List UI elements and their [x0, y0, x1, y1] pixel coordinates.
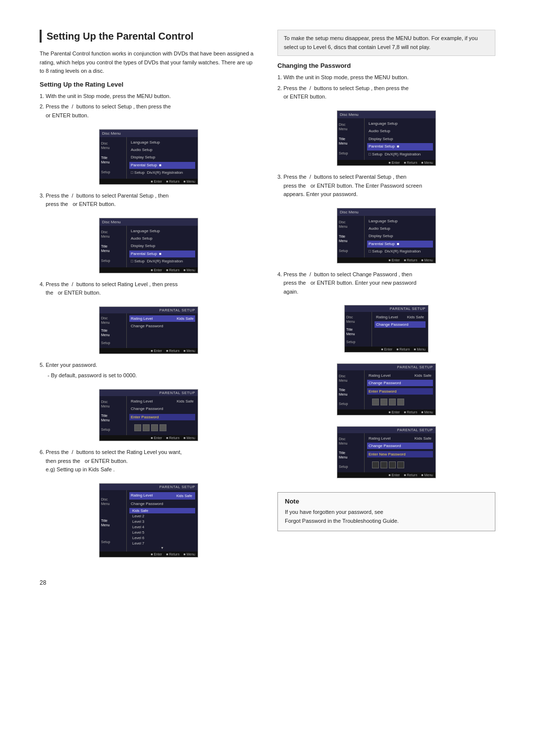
parental-bottom-np: ■ Enter ■ Return ■ Menu: [337, 472, 435, 478]
pwd-box-ep-3: [389, 399, 396, 405]
sidebar-setup-r1: Setup: [339, 151, 363, 155]
rating-level-6: Level 6: [129, 535, 195, 541]
menu-bottom-2: ■ Enter ■ Return ■ Menu: [100, 267, 198, 273]
menu-screen-right-1: Disc Menu DiscMenu TitleMenu Setup Langu…: [337, 110, 436, 166]
menu-body-r1: DiscMenu TitleMenu Setup Language Setup …: [337, 118, 435, 160]
parental-main-ep: Rating Level Kids Safe Change Password E…: [365, 370, 435, 409]
parental-body-ep: DiscMenu TitleMenu Setup Rating Level Ki…: [337, 370, 435, 409]
step-5-note: - By default, password is set to 0000.: [40, 371, 258, 380]
psidebar-setup-1: Setup: [101, 341, 125, 345]
menu-bottom-r1: ■ Enter ■ Return ■ Menu: [337, 160, 435, 165]
psidebar-disc-ep: DiscMenu: [339, 374, 363, 383]
menu-body-r2: DiscMenu TitleMenu Setup Language Setup …: [337, 216, 435, 257]
page-title: Setting Up the Parental Control: [40, 30, 258, 43]
password-boxes: [129, 422, 195, 433]
menu-sidebar-r2: DiscMenu TitleMenu Setup: [337, 216, 365, 257]
sidebar-title-2: TitleMenu: [101, 244, 125, 253]
change-pwd-row-1: Change Password: [129, 323, 195, 329]
psidebar-title-3: TitleMenu: [101, 518, 125, 527]
screenshot-parental-1: PARENTAL SETUP DiscMenu TitleMenu Setup …: [40, 302, 258, 358]
parental-header-3: PARENTAL SETUP: [100, 484, 198, 490]
parental-body-r1: DiscMenu TitleMenu Setup Rating Level Ki…: [345, 312, 428, 347]
right-step-3: 3. Press the / buttons to select Parenta…: [277, 173, 495, 199]
rating-level-val-1: Kids Safe: [177, 316, 194, 321]
pwd-box-ep-4: [397, 399, 404, 405]
pwd-box-4: [160, 424, 166, 431]
sidebar-setup: Setup: [101, 170, 125, 174]
parental-sidebar-np: DiscMenu TitleMenu Setup: [337, 433, 365, 472]
info-box: To make the setup menu disappear, press …: [277, 30, 495, 56]
rating-level-5: Level 5: [129, 530, 195, 535]
rating-level-label-2: Rating Level: [131, 399, 153, 403]
menu-sidebar-r1: DiscMenu TitleMenu Setup: [337, 118, 365, 160]
parental-main-1: Rating Level Kids Safe Change Password: [127, 313, 198, 348]
right-column: To make the setup menu disappear, press …: [277, 30, 495, 531]
menu-main-2: Language Setup Audio Setup Display Setup…: [127, 226, 198, 267]
sidebar-disc-r1: DiscMenu: [339, 122, 363, 131]
enter-label-1: ■ Enter: [151, 180, 162, 183]
left-subsection-title: Setting Up the Rating Level: [40, 81, 258, 88]
parental-body-2: DiscMenu TitleMenu Setup Rating Level Ki…: [100, 396, 198, 435]
scroll-down-arrow: ▼: [129, 546, 195, 550]
step-5-group: 5. Enter your password. - By default, pa…: [40, 361, 258, 380]
pwd-box-ep-2: [380, 399, 387, 405]
parental-screen-2: PARENTAL SETUP DiscMenu TitleMenu Setup …: [99, 389, 198, 441]
pwd-box-np-3: [389, 461, 396, 468]
rating-level-row-ep: Rating Level Kids Safe: [367, 372, 433, 379]
sidebar-title-r2: TitleMenu: [339, 234, 363, 243]
rating-level-val-2: Kids Safe: [177, 399, 194, 403]
right-step-1-group: 1. With the unit in Stop mode, press the…: [277, 73, 495, 101]
parental-sidebar-r1: DiscMenu TitleMenu Setup: [345, 312, 372, 347]
pwd-box-2: [143, 424, 150, 431]
parental-body-1: DiscMenu TitleMenu Setup Rating Level Ki…: [100, 313, 198, 348]
menu-divx-r2: □ Setup DivX(R) Registration: [367, 248, 433, 255]
rating-level-3: Level 3: [129, 519, 195, 524]
psidebar-title-1: TitleMenu: [101, 328, 125, 337]
parental-bottom-2: ■ Enter ■ Return ■ Menu: [100, 435, 198, 441]
menu-topbar-r1: Disc Menu: [337, 111, 435, 118]
parental-header-2: PARENTAL SETUP: [100, 390, 198, 396]
page-content: Setting Up the Parental Control The Pare…: [40, 30, 495, 586]
menu-lang-2: Language Setup: [129, 228, 195, 235]
rating-val-r1: Kids Safe: [407, 315, 424, 319]
rating-level-row-1: Rating Level Kids Safe: [129, 315, 195, 322]
password-boxes-ep: [367, 397, 433, 407]
password-boxes-np: [367, 459, 433, 470]
screenshot-right-2: Disc Menu DiscMenu TitleMenu Setup Langu…: [277, 204, 495, 267]
rating-level-7: Level 7: [129, 541, 195, 546]
psidebar-disc-np: DiscMenu: [339, 437, 363, 446]
menu-display-r2: Display Setup: [367, 233, 433, 240]
return-label-2: ■ Return: [166, 268, 179, 272]
screenshot-new-pwd: PARENTAL SETUP DiscMenu TitleMenu Setup …: [277, 422, 495, 482]
note-title: Note: [285, 498, 488, 505]
left-column: Setting Up the Parental Control The Pare…: [40, 30, 258, 564]
menu-lang-r2: Language Setup: [367, 218, 433, 225]
parental-body-3: DiscMenu TitleMenu Setup Rating Level Ki…: [100, 490, 198, 552]
disc-menu-label-2: Disc Menu: [102, 220, 121, 224]
psidebar-title-2: TitleMenu: [101, 413, 125, 422]
psidebar-title-np: TitleMenu: [339, 451, 363, 459]
change-pwd-row-ep: Change Password: [367, 380, 433, 386]
psidebar-title-r1: TitleMenu: [346, 327, 370, 336]
menu-body-2: DiscMenu TitleMenu Setup Language Setup …: [100, 226, 198, 267]
rating-kids-safe: Kids Safe: [129, 508, 195, 513]
return-label-1: ■ Return: [166, 180, 179, 183]
rating-level-label-1: Rating Level: [131, 316, 153, 321]
parental-sidebar-3: DiscMenu TitleMenu Setup: [100, 490, 127, 552]
psidebar-setup-3: Setup: [101, 540, 125, 544]
change-pwd-row-3: Change Password: [129, 501, 195, 507]
psidebar-title-ep: TitleMenu: [339, 388, 363, 397]
right-step-2: 2. Press the / buttons to select Setup ,…: [277, 84, 495, 101]
step-6-group: 6. Press the / buttons to select the Rat…: [40, 448, 258, 474]
screenshot-enter-pwd: PARENTAL SETUP DiscMenu TitleMenu Setup …: [277, 359, 495, 419]
sidebar-disc-2: DiscMenu: [101, 230, 125, 239]
menu-audio-r2: Audio Setup: [367, 225, 433, 232]
right-step-1: 1. With the unit in Stop mode, press the…: [277, 73, 495, 82]
enter-label-2: ■ Enter: [151, 268, 162, 272]
step-3: 3. Press the / buttons to select Parenta…: [40, 192, 258, 209]
screenshot-1-left: Disc Menu DiscMenu TitleMenu Setup Langu…: [40, 125, 258, 189]
psidebar-disc-3: DiscMenu: [101, 497, 125, 506]
menu-display-1: Display Setup: [129, 154, 195, 161]
note-line-2: Forgot Password in the Troubleshooting G…: [285, 517, 488, 526]
menu-divx-r1: □ Setup DivX(R) Registration: [367, 151, 433, 158]
